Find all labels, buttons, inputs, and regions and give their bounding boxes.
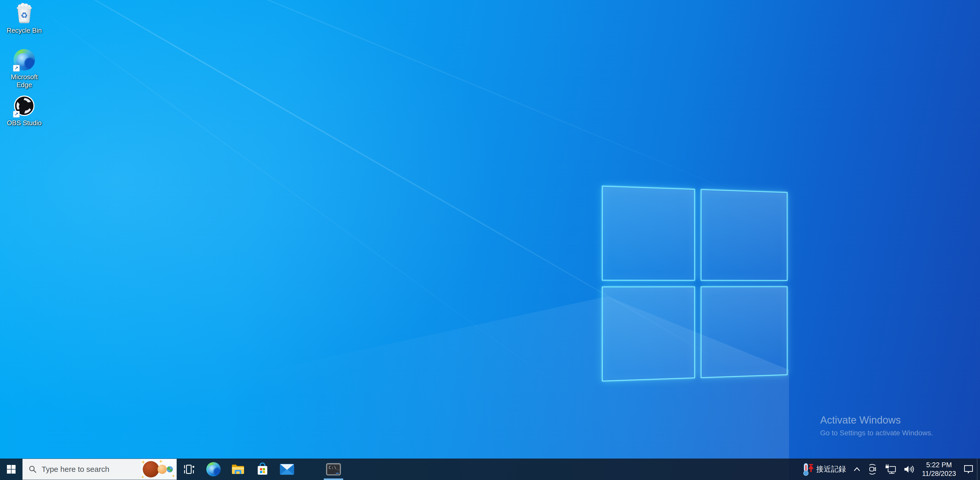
shortcut-arrow-icon: ↗ bbox=[13, 65, 20, 72]
desktop-icon-recycle-bin[interactable]: ♻ Recycle Bin bbox=[5, 1, 44, 35]
speaker-volume-icon bbox=[902, 463, 915, 475]
clock-time: 5:22 PM bbox=[926, 461, 952, 469]
tray-camera-button[interactable] bbox=[864, 459, 881, 480]
taskbar-mail-button[interactable] bbox=[275, 459, 299, 480]
sparkle-icon bbox=[159, 459, 163, 463]
taskbar-microsoft-store-button[interactable] bbox=[250, 459, 275, 480]
taskbar-command-prompt-button[interactable]: C:\_ bbox=[321, 459, 346, 480]
tray-hidden-icons-button[interactable] bbox=[850, 459, 864, 480]
taskbar: C:\_ 接近記録 bbox=[0, 459, 980, 480]
windows-logo-pane bbox=[602, 286, 695, 381]
recycle-bin-icon: ♻ bbox=[12, 1, 37, 26]
desktop-icon-label: OBS Studio bbox=[7, 119, 41, 127]
search-highlight-image[interactable] bbox=[141, 459, 177, 480]
mail-icon bbox=[280, 463, 294, 476]
command-prompt-icon: C:\_ bbox=[326, 463, 341, 475]
taskbar-file-explorer-button[interactable] bbox=[226, 459, 250, 480]
clock-date: 11/28/2023 bbox=[922, 469, 956, 478]
desktop-icon-microsoft-edge[interactable]: ↗ Microsoft Edge bbox=[5, 48, 44, 89]
action-center-icon bbox=[963, 463, 974, 475]
obs-studio-icon: ↗ bbox=[12, 94, 37, 118]
running-app-indicator bbox=[324, 478, 343, 480]
file-explorer-icon bbox=[231, 462, 245, 477]
wallpaper-windows-logo bbox=[602, 186, 788, 381]
sparkle-icon bbox=[141, 460, 145, 464]
action-center-button[interactable] bbox=[960, 459, 977, 480]
sparkle-icon bbox=[172, 474, 175, 477]
search-icon bbox=[29, 465, 37, 474]
shortcut-arrow-icon: ↗ bbox=[13, 111, 20, 118]
ethernet-network-icon bbox=[884, 463, 897, 475]
light-ray bbox=[0, 0, 768, 206]
microsoft-edge-icon bbox=[206, 462, 221, 477]
tray-network-button[interactable] bbox=[881, 459, 900, 480]
desktop-icon-label: Recycle Bin bbox=[6, 27, 41, 35]
camera-icon bbox=[866, 463, 879, 475]
moon-planet-graphic bbox=[158, 465, 167, 474]
chevron-up-icon bbox=[853, 466, 861, 473]
windows-desktop: ♻ Recycle Bin ↗ Microsoft Edge ↗ OBS Stu bbox=[0, 0, 980, 480]
taskbar-edge-button[interactable] bbox=[201, 459, 226, 480]
windows-start-icon bbox=[6, 465, 16, 474]
tray-proximity-label[interactable]: 接近記録 bbox=[816, 464, 850, 474]
sparkle-icon bbox=[141, 475, 144, 478]
task-view-button[interactable] bbox=[177, 459, 201, 480]
microsoft-edge-icon: ↗ bbox=[12, 48, 37, 72]
thermometer-icon bbox=[800, 462, 814, 477]
windows-logo-pane bbox=[701, 189, 788, 281]
windows-logo-pane bbox=[602, 186, 695, 281]
start-button[interactable] bbox=[0, 459, 22, 480]
taskbar-search-box[interactable] bbox=[22, 459, 177, 480]
desktop-icon-obs-studio[interactable]: ↗ OBS Studio bbox=[5, 94, 44, 127]
show-desktop-button[interactable] bbox=[977, 459, 980, 480]
light-ray bbox=[0, 0, 599, 416]
tray-clock[interactable]: 5:22 PM 11/28/2023 bbox=[918, 461, 960, 478]
system-tray: 接近記録 bbox=[798, 459, 980, 480]
taskbar-spacer bbox=[299, 459, 321, 480]
windows-logo-pane bbox=[701, 286, 788, 378]
earth-planet-graphic bbox=[167, 466, 173, 472]
desktop-wallpaper bbox=[0, 0, 980, 480]
microsoft-store-icon bbox=[255, 462, 270, 477]
tray-temperature-button[interactable] bbox=[798, 459, 816, 480]
tray-volume-button[interactable] bbox=[900, 459, 918, 480]
svg-text:♻: ♻ bbox=[21, 11, 28, 20]
search-input[interactable] bbox=[41, 465, 141, 474]
task-view-icon bbox=[182, 462, 196, 476]
desktop-icon-label: Microsoft Edge bbox=[5, 73, 44, 89]
